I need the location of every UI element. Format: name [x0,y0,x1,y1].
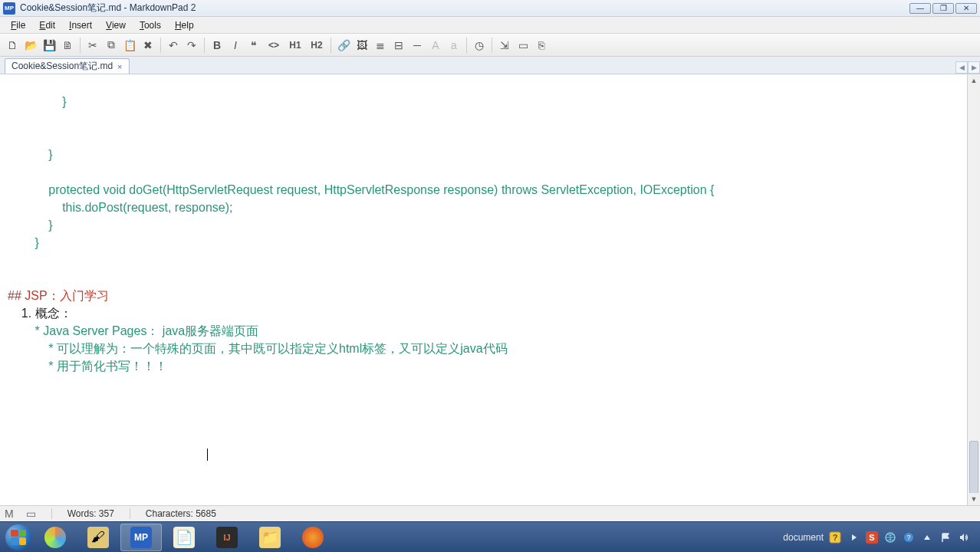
taskbar-app-2[interactable]: 🖌 [77,524,119,551]
h2-button[interactable]: H2 [307,38,326,53]
open-button[interactable]: 📂 [23,38,38,53]
editor[interactable]: } } protected void doGet(HttpServletRequ… [0,74,967,505]
code-line: } [8,236,39,249]
taskbar-app-firefox[interactable] [292,524,334,551]
code-line: } [8,95,66,108]
tab-active[interactable]: Cookie&Session笔记.md × [5,58,130,74]
taskbar-app-intellij[interactable]: IJ [206,524,248,551]
book-icon: ▭ [26,508,36,520]
separator [80,38,81,53]
separator [160,38,161,53]
separator [130,508,130,519]
menubar: File Edit Insert View Tools Help [0,17,980,34]
code-button[interactable]: <> [265,38,283,53]
folder-icon: 📁 [259,527,281,548]
window-title: Cookie&Session笔记.md - MarkdownPad 2 [20,2,196,15]
titlebar: MP Cookie&Session笔记.md - MarkdownPad 2 —… [0,0,980,17]
code-line: * 用于简化书写！！！ [8,360,167,373]
delete-button[interactable]: ✖ [140,38,156,53]
app-icon-colorful [44,527,66,548]
editor-container: } } protected void doGet(HttpServletRequ… [0,74,980,505]
code-line: } [8,219,53,232]
scroll-down-icon[interactable]: ▼ [968,493,980,505]
menu-help[interactable]: Help [169,18,200,32]
paint-icon: 🖌 [87,527,109,548]
taskbar-app-1[interactable] [35,524,76,551]
h1-button[interactable]: H1 [286,38,304,53]
tray-globe-icon[interactable] [883,531,897,544]
menu-tools[interactable]: Tools [133,18,167,32]
svg-text:?: ? [833,533,838,542]
bold-button[interactable]: B [209,38,225,53]
app-icon: MP [3,2,15,15]
svg-text:?: ? [906,534,910,541]
tray-update-icon[interactable]: ? [902,531,916,544]
hr-button[interactable]: ─ [409,38,425,53]
maximize-button[interactable]: ❐ [932,3,954,14]
code-line: * Java Server Pages： java服务器端页面 [8,324,258,337]
taskbar-app-notepad[interactable]: 📄 [163,524,205,551]
windows-logo-icon [5,524,31,550]
separator [492,38,492,53]
browser-button[interactable]: ⎘ [534,38,549,53]
menu-view[interactable]: View [100,18,132,32]
image-button[interactable]: 🖼 [354,38,370,53]
cut-button[interactable]: ✂ [85,38,100,53]
copy-button[interactable]: ⧉ [104,38,119,53]
tab-label: Cookie&Session笔记.md [12,60,113,73]
code-line: 1. 概念： [8,307,72,320]
vertical-scrollbar[interactable]: ▲ ▼ [967,74,980,505]
link-button[interactable]: 🔗 [336,38,351,53]
code-line: this.doPost(request, response); [8,201,232,214]
tray-help-icon[interactable]: ? [828,531,842,544]
save-all-button[interactable]: 🗎 [60,38,75,53]
separator [331,38,331,53]
separator [466,38,467,53]
menu-edit[interactable]: Edit [33,18,61,32]
window-controls: — ❐ ✕ [909,3,977,14]
timestamp-button[interactable]: ◷ [472,38,487,53]
minimize-button[interactable]: — [909,3,931,14]
save-button[interactable]: 💾 [41,38,57,53]
taskbar: 🖌 MP 📄 IJ 📁 document ? S ? [0,521,980,552]
code-line: ## JSP：入门学习 [8,289,109,302]
separator [51,508,52,519]
new-button[interactable]: 🗋 [5,38,20,53]
toolbar: 🗋 📂 💾 🗎 ✂ ⧉ 📋 ✖ ↶ ↷ B I ❝ <> H1 H2 🔗 🖼 ≣… [0,34,980,57]
uppercase-button[interactable]: A [428,38,443,53]
scroll-up-icon[interactable]: ▲ [968,74,980,87]
close-button[interactable]: ✕ [955,3,977,14]
tab-close-icon[interactable]: × [117,62,122,71]
tab-bar: Cookie&Session笔记.md × ◀ ▶ [0,57,980,74]
export-button[interactable]: ⇲ [497,38,512,53]
intellij-icon: IJ [216,527,238,548]
tray-flag-icon[interactable] [939,531,952,544]
menu-insert[interactable]: Insert [63,18,98,32]
paste-button[interactable]: 📋 [122,38,137,53]
markdownpad-icon: MP [130,527,152,548]
markdown-icon: M [5,508,14,520]
svg-text:S: S [869,533,874,542]
firefox-icon [302,527,324,548]
tab-prev-icon[interactable]: ◀ [955,61,968,74]
tab-next-icon[interactable]: ▶ [968,61,980,74]
menu-file[interactable]: File [5,18,31,32]
code-line: protected void doGet(HttpServletRequest … [8,183,714,196]
ul-button[interactable]: ≣ [373,38,388,53]
tray-arrow-icon[interactable] [847,531,860,544]
taskbar-app-markdownpad[interactable]: MP [120,524,162,551]
redo-button[interactable]: ↷ [184,38,199,53]
quote-button[interactable]: ❝ [246,38,261,53]
tray-volume-icon[interactable] [957,531,971,544]
preview-button[interactable]: ▭ [515,38,531,53]
tray-text: document [783,532,824,543]
lowercase-button[interactable]: a [446,38,462,53]
tray-up-icon[interactable] [920,531,934,544]
taskbar-app-explorer[interactable]: 📁 [249,524,291,551]
italic-button[interactable]: I [228,38,243,53]
undo-button[interactable]: ↶ [166,38,181,53]
tray-sogou-icon[interactable]: S [865,531,879,544]
ol-button[interactable]: ⊟ [391,38,406,53]
code-line: } [8,148,53,161]
start-button[interactable] [3,524,34,551]
